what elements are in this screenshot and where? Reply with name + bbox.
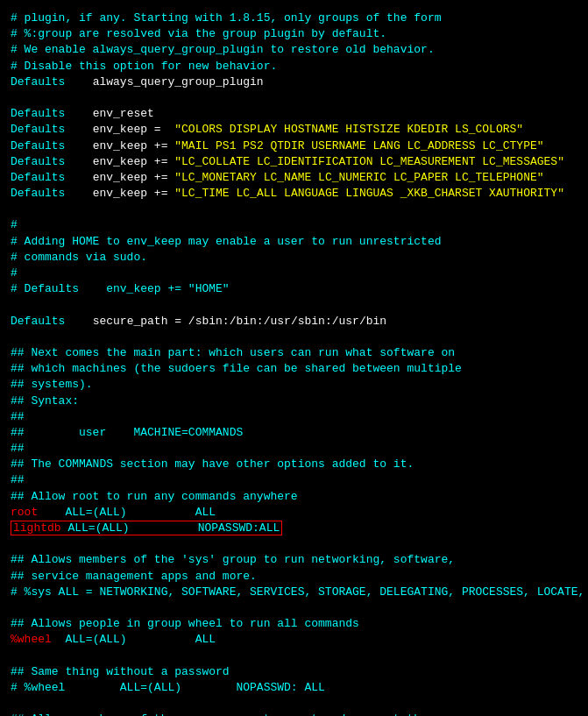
line-10: Defaults env_keep += "LC_COLLATE LC_IDEN… — [11, 154, 577, 170]
line-30: ## — [11, 472, 577, 488]
line-11: Defaults env_keep += "LC_MONETARY LC_NAM… — [11, 170, 577, 186]
line-17: # — [11, 266, 577, 281]
line-27: ## user MACHINE=COMMANDS — [11, 425, 577, 441]
line-7: Defaults env_reset — [11, 106, 577, 122]
line-13 — [11, 202, 577, 217]
line-12: Defaults env_keep += "LC_TIME LC_ALL LAN… — [11, 186, 577, 202]
line-31: ## Allow root to run any commands anywhe… — [11, 489, 577, 505]
line-5: Defaults always_query_group_plugin — [11, 74, 577, 90]
line-37: # %sys ALL = NETWORKING, SOFTWARE, SERVI… — [11, 585, 577, 600]
line-39: ## Allows people in group wheel to run a… — [11, 616, 577, 632]
line-42: ## Same thing without a password — [11, 664, 577, 680]
line-24: ## systems). — [11, 377, 577, 393]
line-19 — [11, 297, 577, 313]
line-9: Defaults env_keep += "MAIL PS1 PS2 QTDIR… — [11, 138, 577, 154]
line-3: # We enable always_query_group_plugin to… — [11, 42, 577, 58]
line-44 — [11, 696, 577, 712]
line-40: %wheel ALL=(ALL) ALL — [11, 632, 577, 648]
line-45: ## Allows members of the users group to … — [11, 712, 577, 716]
line-38 — [11, 600, 577, 616]
line-15: # Adding HOME to env_keep may enable a u… — [11, 234, 577, 250]
line-43: # %wheel ALL=(ALL) NOPASSWD: ALL — [11, 680, 577, 696]
line-34 — [11, 536, 577, 552]
line-2: # %:group are resolved via the group plu… — [11, 26, 577, 42]
terminal-window: # plugin, if any. Starting with 1.8.15, … — [7, 7, 581, 716]
line-20: Defaults secure_path = /sbin:/bin:/usr/s… — [11, 314, 577, 330]
line-8: Defaults env_keep = "COLORS DISPLAY HOST… — [11, 122, 577, 138]
line-25: ## Syntax: — [11, 393, 577, 409]
line-36: ## service management apps and more. — [11, 569, 577, 585]
line-26: ## — [11, 409, 577, 425]
line-22: ## Next comes the main part: which users… — [11, 345, 577, 361]
line-16: # commands via sudo. — [11, 250, 577, 266]
line-18: # Defaults env_keep += "HOME" — [11, 281, 577, 297]
line-23: ## which machines (the sudoers file can … — [11, 361, 577, 377]
line-32: root ALL=(ALL) ALL — [11, 505, 577, 521]
line-33: lightdb ALL=(ALL) NOPASSWD:ALL — [11, 521, 577, 536]
line-14: # — [11, 217, 577, 233]
line-6 — [11, 90, 577, 106]
line-1: # plugin, if any. Starting with 1.8.15, … — [11, 11, 577, 26]
line-29: ## The COMMANDS section may have other o… — [11, 457, 577, 472]
line-35: ## Allows members of the 'sys' group to … — [11, 552, 577, 568]
line-28: ## — [11, 441, 577, 457]
line-21 — [11, 330, 577, 345]
line-4: # Disable this option for new behavior. — [11, 59, 577, 74]
line-41 — [11, 649, 577, 664]
